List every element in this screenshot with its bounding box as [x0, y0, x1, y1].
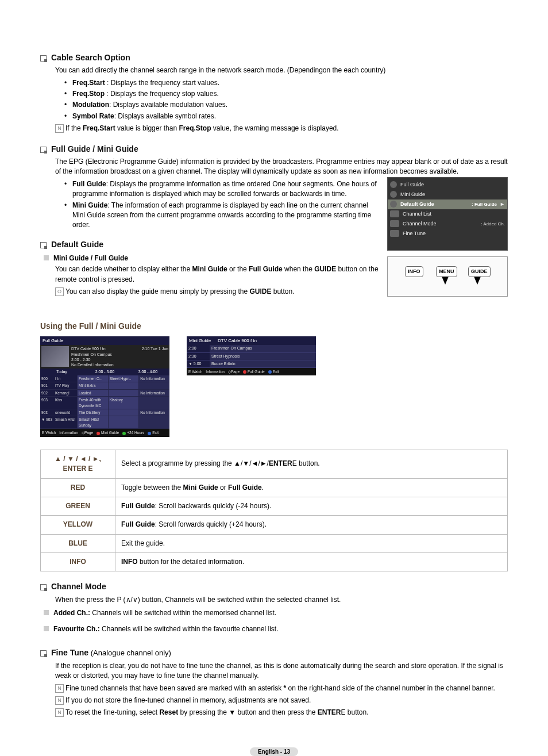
table-key: GREEN — [41, 497, 115, 515]
section-title: Channel Mode — [51, 581, 106, 592]
remote-illustration: INFO MENU GUIDE — [387, 256, 508, 297]
list-item: Mini Guide: The information of each prog… — [67, 201, 380, 231]
heading-using-guide: Using the Full / Mini Guide — [40, 320, 508, 332]
section-title: Cable Search Option — [51, 52, 130, 63]
section-title: Default Guide — [51, 239, 103, 250]
list-item: Modulation: Displays available modulatio… — [67, 100, 508, 110]
sub-item: Favourite Ch.: Channels will be switched… — [53, 624, 279, 634]
bullet-list: Freq.Start : Displays the frequency star… — [67, 78, 508, 122]
section-title: Full Guide / Mini Guide — [51, 143, 138, 155]
note: Fine tuned channels that have been saved… — [55, 684, 508, 693]
menu-icon — [390, 201, 397, 208]
menu-icon — [390, 181, 397, 188]
section-full-mini-guide: Full Guide / Mini Guide The EPG (Electro… — [40, 143, 508, 306]
table-key: ▲ / ▼ / ◄ / ►,ENTER E — [41, 450, 115, 478]
menu-item: Channel List — [403, 210, 505, 218]
table-value: Full Guide: Scroll backwards quickly (-2… — [115, 497, 508, 515]
section-cable-search: Cable Search Option You can add directly… — [40, 52, 508, 134]
table-key: RED — [41, 478, 115, 497]
mini-guide-figure: Mini GuideDTV Cable 900 f tn 2:00Freshme… — [187, 336, 316, 437]
note: If you do not store the fine-tuned chann… — [55, 696, 508, 705]
table-value: INFO button for the detailed information… — [115, 553, 508, 571]
note: To reset the fine-tuning, select Reset b… — [55, 708, 508, 717]
list-item: Full Guide: Displays the programme infor… — [67, 179, 380, 199]
menu-item: Mini Guide — [400, 191, 505, 198]
tip: You can also display the guide menu simp… — [55, 287, 380, 297]
intro-text: You can add directly the channel search … — [55, 66, 508, 75]
menu-item-selected: Default Guide — [400, 201, 472, 208]
remote-info-button: INFO — [405, 266, 423, 277]
table-key: BLUE — [41, 534, 115, 552]
table-value: Select a programme by pressing the ▲/▼/◄… — [115, 450, 508, 478]
table-key: INFO — [41, 553, 115, 571]
guide-figures: Full Guide DTV Cable 900 f tn Freshmen O… — [40, 336, 508, 437]
section-marker-icon — [40, 584, 47, 590]
chevron-right-icon: ► — [500, 201, 505, 208]
menu-item: Channel Mode — [403, 220, 481, 228]
paragraph: You can decide whether to display either… — [55, 264, 380, 285]
table-value: Full Guide: Scroll forwards quickly (+24… — [115, 516, 508, 534]
remote-menu-button: MENU — [436, 266, 457, 277]
controls-table: ▲ / ▼ / ◄ / ►,ENTER ESelect a programme … — [40, 450, 508, 572]
section-marker-icon — [40, 55, 47, 62]
note: If the Freq.Start value is bigger than F… — [55, 124, 508, 133]
figure-column: Full Guide Mini Guide Default Guide: Ful… — [387, 177, 508, 306]
table-value: Exit the guide. — [115, 534, 508, 552]
sub-title: Mini Guide / Full Guide — [53, 254, 128, 263]
page-footer: English - 13 — [40, 747, 508, 756]
table-key: YELLOW — [41, 516, 115, 534]
sub-item: Added Ch.: Channels will be switched wit… — [53, 608, 276, 618]
section-marker-icon — [40, 147, 47, 153]
arrow-down-icon — [474, 277, 481, 285]
list-item: Symbol Rate: Displays available symbol r… — [67, 112, 508, 121]
section-marker-icon — [40, 242, 47, 248]
menu-icon — [390, 191, 397, 198]
section-channel-mode: Channel Mode When the press the P (∧/∨) … — [40, 581, 508, 634]
section-title: Fine Tune (Analogue channel only) — [51, 647, 171, 659]
section-fine-tune: Fine Tune (Analogue channel only) If the… — [40, 647, 508, 718]
thumbnail — [41, 346, 69, 367]
section-marker-icon — [40, 650, 47, 657]
list-item: Freq.Stop : Displays the frequency stop … — [67, 89, 508, 99]
square-icon — [44, 255, 49, 260]
intro-text: If the reception is clear, you do not ha… — [55, 661, 508, 681]
arrow-down-icon — [442, 277, 449, 285]
square-icon — [44, 626, 49, 631]
menu-item: Fine Tune — [403, 230, 505, 237]
osd-menu: Full Guide Mini Guide Default Guide: Ful… — [387, 177, 508, 251]
intro-text: When the press the P (∧/∨) button, Chann… — [55, 595, 508, 605]
full-guide-figure: Full Guide DTV Cable 900 f tn Freshmen O… — [40, 336, 169, 437]
menu-icon — [390, 220, 399, 227]
square-icon — [44, 610, 49, 615]
menu-item: Full Guide — [400, 181, 505, 189]
intro-text: The EPG (Electronic Programme Guide) inf… — [55, 157, 508, 177]
remote-guide-button: GUIDE — [468, 266, 491, 277]
list-item: Freq.Start : Displays the frequency star… — [67, 78, 508, 88]
menu-icon — [390, 210, 399, 217]
menu-icon — [390, 230, 399, 237]
table-value: Toggle between the Mini Guide or Full Gu… — [115, 478, 508, 497]
